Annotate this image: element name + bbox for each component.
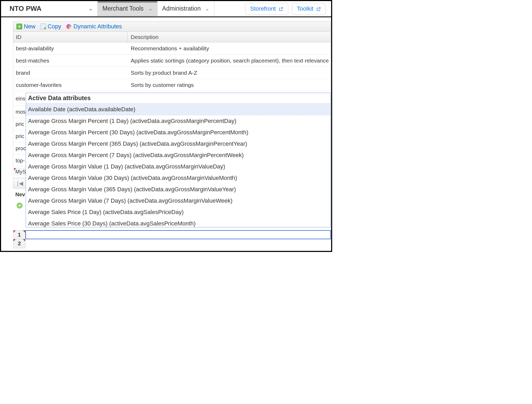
section-label-peek: Nev xyxy=(13,189,26,200)
toolkit-link[interactable]: Toolkit xyxy=(292,3,326,15)
content-area: New Copy Dynamic Attributes ID Descripti… xyxy=(1,17,331,91)
topbar-right: Storefront Toolkit xyxy=(245,1,331,16)
external-link-icon xyxy=(278,6,283,11)
cell-id: customer-favorites xyxy=(13,82,128,88)
dropdown-item[interactable]: Available Date (activeData.availableDate… xyxy=(26,103,330,115)
dropdown-item[interactable]: Average Gross Margin Value (1 Day) (acti… xyxy=(26,161,330,172)
tab-label: Merchant Tools xyxy=(102,5,144,12)
cell-description: Sorts by customer ratings xyxy=(128,82,330,88)
plus-icon xyxy=(16,24,22,29)
row-peek[interactable]: top- xyxy=(13,155,26,167)
tab-administration[interactable]: Administration ⌄ xyxy=(157,1,215,16)
new-button[interactable]: New xyxy=(15,23,37,30)
dropdown-item[interactable]: Average Gross Margin Percent (1 Day) (ac… xyxy=(26,115,330,127)
table-row[interactable]: brand Sorts by product brand A-Z xyxy=(13,67,331,79)
row-peek[interactable]: mos xyxy=(13,106,26,118)
empty-cell[interactable] xyxy=(25,239,331,248)
sheet-row-2: 2 xyxy=(13,239,331,248)
chevron-down-icon: ⌄ xyxy=(148,6,152,12)
plus-circle-icon: + xyxy=(17,203,22,208)
pie-chart-icon xyxy=(66,24,72,29)
cell-id: brand xyxy=(13,70,128,76)
cell-description: Recommendations + availability xyxy=(128,45,330,52)
row-peek[interactable]: proc xyxy=(13,143,26,155)
link-label: Storefront xyxy=(250,5,276,12)
tab-merchant-tools[interactable]: Merchant Tools ⌄ xyxy=(98,1,157,16)
dropdown-item[interactable]: Average Sales Price (1 Day) (activeData.… xyxy=(26,206,330,218)
storefront-link[interactable]: Storefront xyxy=(245,3,288,15)
row-peek-mysort[interactable]: MyS xyxy=(13,167,26,178)
dropdown-item[interactable]: Average Gross Margin Value (365 Days) (a… xyxy=(26,184,330,195)
dropdown-item[interactable]: Average Gross Margin Percent (30 Days) (… xyxy=(26,127,330,138)
dropdown-item[interactable]: Average Sales Price (30 Days) (activeDat… xyxy=(26,218,330,227)
add-row-button[interactable]: + xyxy=(13,200,26,211)
active-cell[interactable] xyxy=(25,230,331,239)
chevron-down-icon: ⌄ xyxy=(89,6,93,12)
col-header-id[interactable]: ID xyxy=(13,32,128,42)
pager-first-icon[interactable]: ∣◀ xyxy=(13,178,26,189)
dropdown-group-header: Active Data attributes xyxy=(26,93,330,103)
row-header[interactable]: 2 xyxy=(13,239,25,248)
btn-label: Dynamic Attributes xyxy=(73,23,122,30)
link-label: Toolkit xyxy=(297,5,313,12)
cell-description: Applies static sortings (category positi… xyxy=(128,57,330,64)
table-row[interactable]: best-matches Applies static sortings (ca… xyxy=(13,55,331,67)
external-link-icon xyxy=(316,6,321,11)
site-name: NTO PWA xyxy=(10,5,42,13)
cell-description: Sorts by product brand A-Z xyxy=(128,70,330,76)
sheet-row-1: 1 xyxy=(13,230,331,239)
dropdown-item[interactable]: Average Gross Margin Value (7 Days) (act… xyxy=(26,195,330,206)
copy-button[interactable]: Copy xyxy=(39,23,63,30)
site-selector[interactable]: NTO PWA ⌄ xyxy=(1,1,98,16)
row-peek[interactable]: pric xyxy=(13,118,26,130)
grid-toolbar: New Copy Dynamic Attributes xyxy=(13,21,331,32)
dropdown-item[interactable]: Average Gross Margin Percent (7 Days) (a… xyxy=(26,149,330,161)
row-peek[interactable]: pric xyxy=(13,130,26,143)
cell-id: best-availability xyxy=(13,45,128,52)
col-header-description[interactable]: Description xyxy=(128,34,330,40)
row-peek[interactable]: eins xyxy=(13,92,26,106)
dynamic-attributes-button[interactable]: Dynamic Attributes xyxy=(64,23,123,30)
table-header: ID Description xyxy=(13,32,331,42)
formula-input[interactable] xyxy=(28,232,329,238)
formula-grid: 1 2 xyxy=(13,230,331,248)
dropdown-item[interactable]: Average Gross Margin Percent (365 Days) … xyxy=(26,138,330,149)
hidden-rows-peek: eins mos pric pric proc top- MyS ∣◀ Nev … xyxy=(13,92,26,211)
copy-icon xyxy=(40,24,46,29)
row-header[interactable]: 1 xyxy=(13,230,25,239)
attribute-dropdown[interactable]: Active Data attributes Available Date (a… xyxy=(26,93,331,227)
btn-label: Copy xyxy=(48,23,61,30)
table-row[interactable]: customer-favorites Sorts by customer rat… xyxy=(13,79,331,91)
dropdown-item[interactable]: Average Gross Margin Value (30 Days) (ac… xyxy=(26,172,330,184)
btn-label: New xyxy=(24,23,35,30)
chevron-down-icon: ⌄ xyxy=(205,6,209,12)
table-row[interactable]: best-availability Recommendations + avai… xyxy=(13,42,331,55)
cell-id: best-matches xyxy=(13,57,128,64)
top-nav: NTO PWA ⌄ Merchant Tools ⌄ Administratio… xyxy=(1,1,331,17)
tab-label: Administration xyxy=(162,5,201,12)
